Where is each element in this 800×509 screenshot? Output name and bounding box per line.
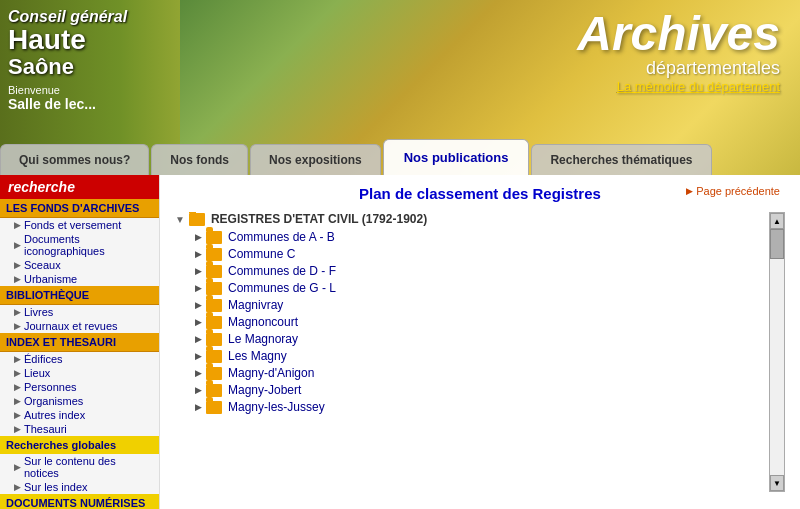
sidebar-section-fonds-title: LES FONDS D'ARCHIVES <box>0 199 159 218</box>
sidebar-item-thesauri[interactable]: ▶ Thesauri <box>0 422 159 436</box>
tree-item-label[interactable]: Les Magny <box>228 349 287 363</box>
sidebar-item-index[interactable]: ▶ Sur les index <box>0 480 159 494</box>
arrow-icon: ▶ <box>14 462 21 472</box>
sidebar-item-personnes[interactable]: ▶ Personnes <box>0 380 159 394</box>
tree-item-communes-ab: ▶ Communes de A - B <box>195 230 769 244</box>
tree-item-label[interactable]: Magny-les-Jussey <box>228 400 325 414</box>
logo-haute: Haute <box>8 26 127 54</box>
sidebar-item-lieux[interactable]: ▶ Lieux <box>0 366 159 380</box>
tree-item-label[interactable]: Magny-Jobert <box>228 383 301 397</box>
tree-arrow-icon: ▶ <box>195 232 202 242</box>
tree-arrow-icon: ▶ <box>195 368 202 378</box>
arrow-icon: ▶ <box>14 424 21 434</box>
arrow-icon: ▶ <box>14 354 21 364</box>
tree-root-label: REGISTRES D'ETAT CIVIL (1792-1902) <box>211 212 427 226</box>
header: Conseil général Haute Saône Bienvenue Sa… <box>0 0 800 175</box>
tree-arrow-icon: ▶ <box>195 300 202 310</box>
scroll-track[interactable] <box>770 229 784 475</box>
tab-nos-publications[interactable]: Nos publications <box>383 139 530 175</box>
folder-icon <box>206 401 222 414</box>
navigation: Qui sommes nous? Nos fonds Nos expositio… <box>0 139 800 175</box>
sidebar-item-edifices[interactable]: ▶ Édifices <box>0 352 159 366</box>
folder-icon <box>206 282 222 295</box>
scroll-up-button[interactable]: ▲ <box>770 213 784 229</box>
arrow-icon: ▶ <box>14 274 21 284</box>
tree-item-label[interactable]: Commune C <box>228 247 295 261</box>
tree-item-label[interactable]: Communes de A - B <box>228 230 335 244</box>
sidebar-item-fonds-versement[interactable]: ▶ Fonds et versement <box>0 218 159 232</box>
sidebar-item-urbanisme[interactable]: ▶ Urbanisme <box>0 272 159 286</box>
tree-item-magny-jussey: ▶ Magny-les-Jussey <box>195 400 769 414</box>
tree-children: ▶ Communes de A - B ▶ Commune C ▶ Commun… <box>195 230 769 414</box>
sidebar-section-index-title: INDEX ET THESAURI <box>0 333 159 352</box>
arrow-icon: ▶ <box>14 260 21 270</box>
sidebar-section-bibliotheque-title: BIBLIOTHÈQUE <box>0 286 159 305</box>
sidebar: recherche LES FONDS D'ARCHIVES ▶ Fonds e… <box>0 175 160 509</box>
folder-icon <box>206 316 222 329</box>
folder-icon <box>206 384 222 397</box>
tree-item-label[interactable]: Magny-d'Anigon <box>228 366 314 380</box>
folder-icon <box>206 350 222 363</box>
tab-qui-sommes-nous[interactable]: Qui sommes nous? <box>0 144 149 175</box>
tree-item-commune-c: ▶ Commune C <box>195 247 769 261</box>
main-content: recherche LES FONDS D'ARCHIVES ▶ Fonds e… <box>0 175 800 509</box>
tree-item-label[interactable]: Magnivray <box>228 298 283 312</box>
tree-arrow-icon: ▶ <box>195 266 202 276</box>
tree-item-magny-jobert: ▶ Magny-Jobert <box>195 383 769 397</box>
tree-root-node: ▼ REGISTRES D'ETAT CIVIL (1792-1902) <box>175 212 769 226</box>
tree-arrow-icon: ▶ <box>195 317 202 327</box>
sidebar-item-sceaux[interactable]: ▶ Sceaux <box>0 258 159 272</box>
arrow-icon: ▶ <box>14 410 21 420</box>
tree-arrow-icon: ▶ <box>195 283 202 293</box>
archives-title-area: Archives départementales La mémoire du d… <box>577 10 780 94</box>
tree-item-label[interactable]: Magnoncourt <box>228 315 298 329</box>
content-area: Plan de classement des Registres Page pr… <box>160 175 800 509</box>
folder-icon <box>206 265 222 278</box>
archives-departementales: départementales <box>577 58 780 79</box>
logo-saone: Saône <box>8 54 127 80</box>
sidebar-item-organismes[interactable]: ▶ Organismes <box>0 394 159 408</box>
tree-item-les-magny: ▶ Les Magny <box>195 349 769 363</box>
sidebar-item-documents-iconographiques[interactable]: ▶ Documents iconographiques <box>0 232 159 258</box>
tree-arrow-icon: ▶ <box>195 385 202 395</box>
arrow-icon: ▶ <box>14 240 21 250</box>
tree-item-communes-gl: ▶ Communes de G - L <box>195 281 769 295</box>
folder-icon <box>206 248 222 261</box>
tree-item-label[interactable]: Le Magnoray <box>228 332 298 346</box>
sidebar-item-contenu-notices[interactable]: ▶ Sur le contenu des notices <box>0 454 159 480</box>
arrow-icon: ▶ <box>14 220 21 230</box>
logo-bienvenue: Bienvenue <box>8 84 127 96</box>
folder-icon <box>206 367 222 380</box>
tree-arrow-icon: ▶ <box>195 334 202 344</box>
tree-item-label[interactable]: Communes de D - F <box>228 264 336 278</box>
sidebar-item-autres-index[interactable]: ▶ Autres index <box>0 408 159 422</box>
tree: ▼ REGISTRES D'ETAT CIVIL (1792-1902) ▶ C… <box>175 212 769 492</box>
arrow-icon: ▶ <box>14 307 21 317</box>
expand-icon[interactable]: ▼ <box>175 214 185 225</box>
tab-nos-expositions[interactable]: Nos expositions <box>250 144 381 175</box>
folder-icon <box>206 299 222 312</box>
sidebar-item-livres[interactable]: ▶ Livres <box>0 305 159 319</box>
arrow-icon: ▶ <box>14 368 21 378</box>
tree-item-magnivray: ▶ Magnivray <box>195 298 769 312</box>
tree-area: ▼ REGISTRES D'ETAT CIVIL (1792-1902) ▶ C… <box>175 212 785 492</box>
scrollbar[interactable]: ▲ ▼ <box>769 212 785 492</box>
tree-arrow-icon: ▶ <box>195 249 202 259</box>
archives-memoire: La mémoire du département <box>577 79 780 94</box>
sidebar-item-journaux-revues[interactable]: ▶ Journaux et revues <box>0 319 159 333</box>
sidebar-recherches-globales[interactable]: Recherches globales <box>0 436 159 454</box>
arrow-icon: ▶ <box>14 321 21 331</box>
arrow-icon: ▶ <box>14 396 21 406</box>
sidebar-section-documents-numerises: DOCUMENTS NUMÉRISES <box>0 494 159 509</box>
scroll-down-button[interactable]: ▼ <box>770 475 784 491</box>
scroll-thumb[interactable] <box>770 229 784 259</box>
logo-salle: Salle de lec... <box>8 96 127 112</box>
tree-item-magny-anigon: ▶ Magny-d'Anigon <box>195 366 769 380</box>
page-precedente-link[interactable]: Page précédente <box>686 185 780 197</box>
arrow-icon: ▶ <box>14 482 21 492</box>
tab-nos-fonds[interactable]: Nos fonds <box>151 144 248 175</box>
tab-recherches-thematiques[interactable]: Recherches thématiques <box>531 144 711 175</box>
tree-item-label[interactable]: Communes de G - L <box>228 281 336 295</box>
sidebar-search-label: recherche <box>0 175 159 199</box>
tree-item-communes-df: ▶ Communes de D - F <box>195 264 769 278</box>
